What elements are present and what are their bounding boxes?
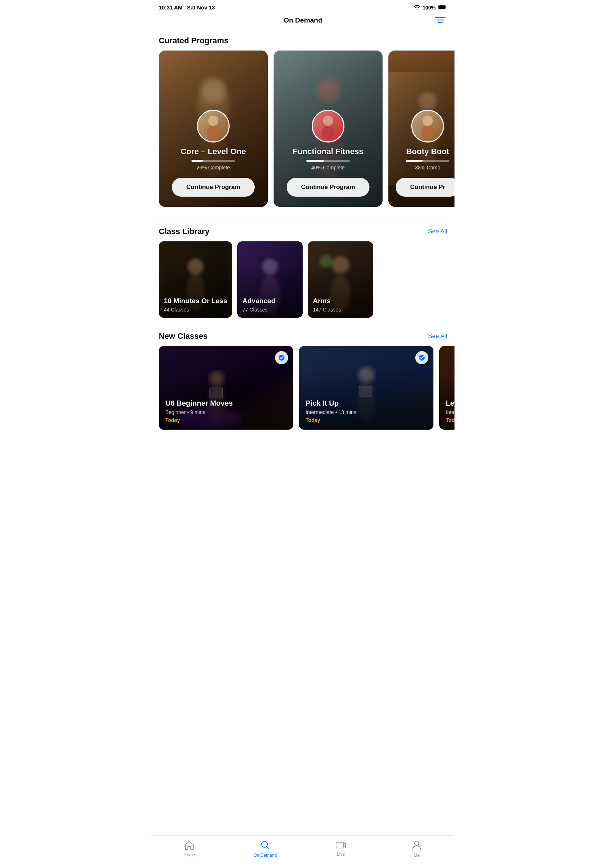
new-class-card-legs[interactable]: Legs & Interme Today <box>439 346 454 429</box>
progress-fill-functional <box>306 160 324 162</box>
svg-point-21 <box>421 126 434 139</box>
program-info-functional: Functional Fitness 40% Complete Continue… <box>274 147 383 197</box>
library-card-10min[interactable]: 10 Minutes Or Less 44 Classes <box>159 241 232 318</box>
program-card-functional[interactable]: Functional Fitness 40% Complete Continue… <box>274 51 383 207</box>
page-title: On Demand <box>284 16 323 24</box>
new-classes-see-all[interactable]: See All <box>428 333 447 340</box>
progress-bar-booty <box>406 160 450 162</box>
status-bar: 10:31 AM Sat Nov 13 100% <box>152 0 454 13</box>
new-class-date-pickup: Today <box>306 417 427 423</box>
new-class-meta-pickup: Intermediate • 13 mins <box>306 409 427 415</box>
library-card-info-10min: 10 Minutes Or Less 44 Classes <box>164 297 227 313</box>
svg-point-15 <box>323 116 333 126</box>
svg-point-16 <box>322 126 335 139</box>
progress-bar-functional <box>306 160 350 162</box>
progress-text-booty: 38% Comp <box>396 165 454 170</box>
program-avatar-core <box>197 110 230 143</box>
progress-fill-booty <box>406 160 422 162</box>
library-card-advanced[interactable]: Advanced 77 Classes <box>237 241 303 318</box>
progress-text-functional: 40% Complete <box>281 165 375 170</box>
progress-text-core: 26% Complete <box>166 165 260 170</box>
continue-btn-core[interactable]: Continue Program <box>172 178 255 197</box>
new-class-date-legs: Today <box>446 417 454 423</box>
programs-scroll: Core – Level One 26% Complete Continue P… <box>152 51 454 214</box>
program-name-core: Core – Level One <box>166 147 260 156</box>
class-library-header: Class Library See All <box>152 220 454 241</box>
filter-button[interactable] <box>433 14 447 27</box>
progress-fill-core <box>192 160 203 162</box>
continue-btn-booty[interactable]: Continue Pr <box>396 178 454 197</box>
battery-text: 100% <box>422 5 436 11</box>
library-card-count-advanced: 77 Classes <box>242 307 298 313</box>
new-class-info-u6: U6 Beginner Moves Beginner • 9 mins Toda… <box>165 399 287 423</box>
library-card-name-advanced: Advanced <box>242 297 298 305</box>
class-library-title: Class Library <box>159 227 209 236</box>
continue-btn-functional[interactable]: Continue Program <box>287 178 369 197</box>
library-card-name-arms: Arms <box>313 297 368 305</box>
program-avatar-functional <box>312 110 345 143</box>
library-card-info-advanced: Advanced 77 Classes <box>242 297 298 313</box>
new-class-date-u6: Today <box>165 417 287 423</box>
progress-bar-core <box>192 160 235 162</box>
status-time: 10:31 AM Sat Nov 13 <box>159 5 215 11</box>
new-class-check-pickup <box>415 351 428 364</box>
svg-point-10 <box>208 116 218 126</box>
new-class-name-pickup: Pick It Up <box>306 399 427 408</box>
svg-point-0 <box>417 8 418 9</box>
page-header: On Demand <box>152 13 454 29</box>
svg-point-20 <box>422 116 433 126</box>
library-card-count-arms: 147 Classes <box>313 307 368 313</box>
program-name-booty: Booty Boot <box>396 147 454 156</box>
new-classes-scroll: U6 Beginner Moves Beginner • 9 mins Toda… <box>152 346 454 437</box>
new-class-meta-legs: Interme <box>446 409 454 415</box>
new-class-info-pickup: Pick It Up Intermediate • 13 mins Today <box>306 399 427 423</box>
program-card-booty[interactable]: Booty Boot 38% Comp Continue Pr <box>388 51 454 207</box>
program-name-functional: Functional Fitness <box>281 147 375 156</box>
status-indicators: 100% <box>414 5 447 11</box>
new-class-card-u6[interactable]: U6 Beginner Moves Beginner • 9 mins Toda… <box>159 346 293 429</box>
wifi-icon <box>414 5 420 11</box>
section-separator <box>159 217 447 217</box>
library-card-name-10min: 10 Minutes Or Less <box>164 297 227 305</box>
new-classes-header: New Classes See All <box>152 325 454 346</box>
new-class-info-legs: Legs & Interme Today <box>446 399 454 423</box>
curated-programs-title: Curated Programs <box>159 36 229 45</box>
library-card-info-arms: Arms 147 Classes <box>313 297 368 313</box>
new-class-check-u6 <box>275 351 288 364</box>
new-class-name-u6: U6 Beginner Moves <box>165 399 287 408</box>
new-class-meta-u6: Beginner • 9 mins <box>165 409 287 415</box>
new-classes-title: New Classes <box>159 332 208 341</box>
program-info-booty: Booty Boot 38% Comp Continue Pr <box>388 147 454 197</box>
library-card-arms[interactable]: Arms 147 Classes <box>308 241 373 318</box>
program-info-core: Core – Level One 26% Complete Continue P… <box>159 147 268 197</box>
program-avatar-booty <box>411 110 444 143</box>
svg-rect-2 <box>439 5 446 9</box>
library-card-count-10min: 44 Classes <box>164 307 227 313</box>
curated-programs-header: Curated Programs <box>152 29 454 51</box>
svg-point-11 <box>207 126 220 139</box>
new-class-card-pickup[interactable]: Pick It Up Intermediate • 13 mins Today <box>299 346 433 429</box>
class-library-see-all[interactable]: See All <box>428 228 447 235</box>
library-scroll: 10 Minutes Or Less 44 Classes Advan <box>152 241 454 325</box>
program-card-core[interactable]: Core – Level One 26% Complete Continue P… <box>159 51 268 207</box>
new-class-name-legs: Legs & <box>446 399 454 408</box>
battery-icon <box>438 5 447 11</box>
